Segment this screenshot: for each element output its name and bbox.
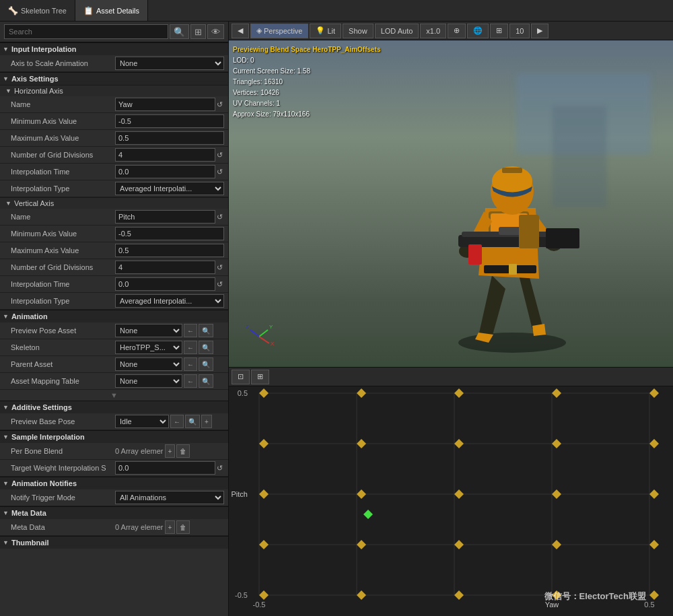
target-weight-input[interactable] [115, 461, 215, 475]
section-meta-data[interactable]: ▼ Meta Data [0, 506, 228, 519]
prop-parent-asset: Parent Asset None ← 🔍 [0, 356, 228, 373]
preview-base-select[interactable]: Idle [115, 415, 169, 428]
blend-grid[interactable]: 0.5 Pitch -0.5 -0.5 Yaw 0.5 微信号：ElectorT… [229, 386, 673, 616]
eye-button[interactable]: 👁 [207, 24, 224, 39]
notify-trigger-select[interactable]: All Animations [115, 491, 224, 504]
v-interp-time-input[interactable] [115, 277, 215, 291]
section-animation[interactable]: ▼ Animation [0, 310, 228, 322]
h-grid-input[interactable] [115, 148, 215, 162]
skeleton-select[interactable]: HeroTPP_S... [115, 341, 182, 354]
v-grid-input[interactable] [115, 261, 215, 274]
preview-base-arrow[interactable]: ← [170, 415, 184, 428]
asset-mapping-arrow[interactable]: ← [184, 374, 197, 388]
section-input-interpolation[interactable]: ▼ Input Interpolation [0, 42, 228, 55]
meta-data-add[interactable]: + [165, 520, 176, 534]
h-name-reset[interactable]: ↺ [215, 100, 224, 109]
search-input[interactable] [4, 24, 168, 39]
vp-lod-button[interactable]: LOD Auto [375, 24, 419, 38]
h-interp-type-select[interactable]: Averaged Interpolati... [115, 182, 224, 195]
h-min-input[interactable] [115, 114, 224, 128]
v-max-input[interactable] [115, 244, 224, 257]
vp-scale-button[interactable]: x1.0 [420, 24, 446, 38]
asset-mapping-label: Asset Mapping Table [11, 377, 115, 385]
v-interp-type-select[interactable]: Averaged Interpolati... [115, 294, 224, 308]
v-grid-reset[interactable]: ↺ [215, 263, 224, 272]
h-max-input[interactable] [115, 131, 224, 145]
v-min-input[interactable] [115, 227, 224, 240]
h-interp-time-input[interactable] [115, 165, 215, 178]
overlay-line5: Vertices: 10426 [233, 88, 381, 98]
prop-v-max: Maximum Axis Value [0, 242, 228, 259]
notify-trigger-value: All Animations [115, 491, 224, 504]
asset-mapping-search[interactable]: 🔍 [199, 374, 213, 388]
blend-select-btn[interactable]: ⊡ [232, 370, 250, 384]
svg-text:Y: Y [269, 324, 273, 330]
parent-asset-search[interactable]: 🔍 [199, 357, 213, 371]
search-button[interactable]: 🔍 [170, 24, 189, 39]
skeleton-label: Skeleton [11, 343, 115, 351]
overlay-line2: LOD: 0 [233, 55, 381, 66]
h-interp-time-reset[interactable]: ↺ [215, 168, 224, 176]
preview-base-extra[interactable]: + [201, 415, 212, 428]
preview-pose-value: None ← 🔍 [115, 324, 224, 337]
prop-meta-data: Meta Data 0 Array elemer + 🗑 [0, 519, 228, 536]
skeleton-search[interactable]: 🔍 [199, 341, 213, 354]
vp-translate-button[interactable]: ⊕ [448, 24, 466, 38]
preview-pose-select[interactable]: None [115, 324, 182, 337]
vp-show-button[interactable]: Show [343, 24, 374, 38]
prop-v-interp-type: Interpolation Type Averaged Interpolati.… [0, 293, 228, 310]
vp-more-button[interactable]: ▶ [531, 24, 548, 38]
per-bone-add[interactable]: + [165, 444, 176, 458]
section-additive[interactable]: ▼ Additive Settings [0, 401, 228, 413]
notify-trigger-label: Notify Trigger Mode [11, 493, 115, 502]
vp-lit-button[interactable]: 💡 Lit [310, 24, 341, 38]
blend-move-btn[interactable]: ⊞ [251, 370, 269, 384]
meta-data-label: Meta Data [11, 523, 115, 531]
parent-asset-arrow[interactable]: ← [184, 357, 197, 371]
vertical-axis-label: Vertical Axis [14, 199, 54, 207]
prop-h-name: Name ↺ [0, 96, 228, 113]
vp-globe-button[interactable]: 🌐 [467, 24, 489, 38]
section-sample-interp[interactable]: ▼ Sample Interpolation [0, 430, 228, 443]
prop-v-interp-time: Interpolation Time ↺ [0, 276, 228, 293]
asset-icon: 📋 [83, 6, 94, 15]
vp-grid-button[interactable]: ⊞ [490, 24, 508, 38]
preview-pose-search[interactable]: 🔍 [199, 324, 213, 337]
perspective-label: Perspective [264, 27, 302, 35]
arrow-sample: ▼ [3, 434, 9, 440]
right-panel: ◀ ◈ Perspective 💡 Lit Show LOD Auto x1.0… [229, 22, 673, 616]
grid-view-button[interactable]: ⊞ [190, 24, 206, 39]
v-name-reset[interactable]: ↺ [215, 213, 224, 221]
h-interp-type-label: Interpolation Type [11, 184, 115, 193]
vp-back-button[interactable]: ◀ [232, 24, 249, 38]
section-input-interpolation-label: Input Interpolation [11, 45, 77, 53]
tab-asset-details[interactable]: 📋 Asset Details [75, 0, 148, 21]
per-bone-remove[interactable]: 🗑 [176, 444, 190, 458]
h-name-input[interactable] [115, 98, 215, 111]
axis-to-scale-select[interactable]: None [115, 57, 224, 70]
vp-number-button[interactable]: 10 [509, 24, 530, 38]
section-thumbnail[interactable]: ▼ Thumbnail [0, 536, 228, 549]
overlay-line6: UV Channels: 1 [233, 98, 381, 109]
v-name-input[interactable] [115, 210, 215, 224]
preview-base-search[interactable]: 🔍 [185, 415, 200, 428]
v-interp-time-reset[interactable]: ↺ [215, 280, 224, 289]
parent-asset-select[interactable]: None [115, 357, 182, 371]
meta-data-remove[interactable]: 🗑 [176, 520, 190, 534]
asset-mapping-select[interactable]: None [115, 374, 182, 388]
target-weight-label: Target Weight Interpolation S [11, 464, 115, 472]
target-weight-reset[interactable]: ↺ [215, 464, 224, 473]
tab-skeleton-tree[interactable]: 🦴 Skeleton Tree [0, 0, 75, 21]
subsection-horizontal-axis[interactable]: ▼ Horizontal Axis [0, 85, 228, 96]
section-axis-settings[interactable]: ▼ Axis Settings [0, 72, 228, 85]
skeleton-arrow[interactable]: ← [184, 341, 197, 354]
section-anim-notifies[interactable]: ▼ Animation Notifies [0, 477, 228, 489]
svg-rect-15 [509, 264, 517, 275]
vp-perspective-button[interactable]: ◈ Perspective [250, 24, 308, 38]
preview-pose-arrow[interactable]: ← [184, 324, 197, 337]
main-content: 🔍 ⊞ 👁 ▼ Input Interpolation Axis to Scal… [0, 22, 673, 616]
subsection-vertical-axis[interactable]: ▼ Vertical Axis [0, 197, 228, 209]
h-grid-reset[interactable]: ↺ [215, 151, 224, 160]
svg-rect-12 [502, 168, 522, 173]
v-min-label: Minimum Axis Value [11, 230, 115, 238]
